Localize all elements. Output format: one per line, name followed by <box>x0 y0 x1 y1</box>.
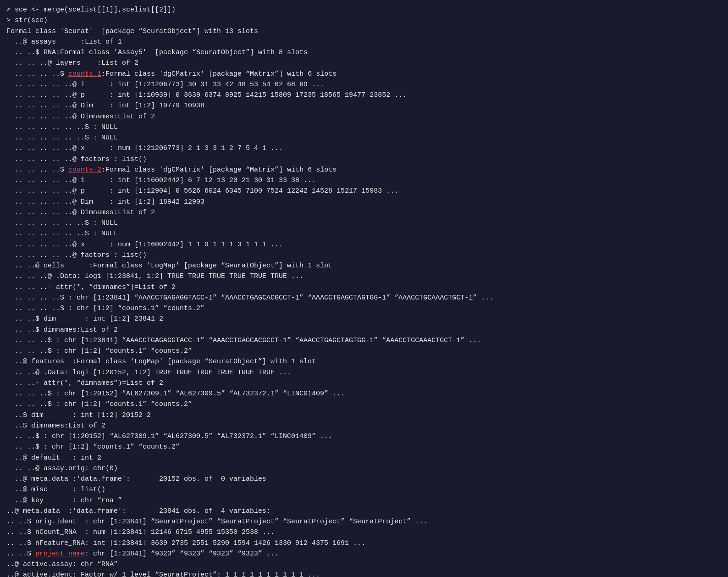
code-line-22: .. .. .. .. .. ..$ : NULL <box>6 228 722 239</box>
code-line-17: .. .. .. .. ..@ i : int [1:16002442] 6 7… <box>6 175 722 186</box>
code-line-43: ..@ default : int 2 <box>6 453 722 463</box>
code-line-8: .. .. .. .. ..@ i : int [1:21206773] 30 … <box>6 79 722 90</box>
code-line-33: .. .. ..$ : chr [1:2] “counts.1” “counts… <box>6 346 722 356</box>
code-line-31: .. ..$ dimnames:List of 2 <box>6 325 722 335</box>
code-line-9: .. .. .. .. ..@ p : int [1:10939] 0 3639… <box>6 90 722 100</box>
code-line-26: .. .. ..@ .Data: logi [1:23841, 1:2] TRU… <box>6 271 722 282</box>
code-line-48: ..@ meta.data :'data.frame': 23841 obs. … <box>6 506 722 516</box>
code-line-15: .. .. .. .. ..@ factors : list() <box>6 154 722 165</box>
code-line-42: .. ..$ : chr [1:2] “counts.1” “counts.2” <box>6 442 722 452</box>
code-line-27: .. .. ..- attr(*, “dimnames”)=List of 2 <box>6 282 722 293</box>
code-line-23: .. .. .. .. ..@ x : num [1:16002442] 1 1… <box>6 239 722 250</box>
code-line-18: .. .. .. .. ..@ p : int [1:12904] 0 5626… <box>6 186 722 196</box>
code-line-52: .. ..$ project_name: chr [1:23841] “9323… <box>6 549 722 559</box>
code-line-30: .. ..$ dim : int [1:2] 23841 2 <box>6 314 722 324</box>
code-line-36: .. ..- attr(*, “dimnames”)=List of 2 <box>6 378 722 388</box>
code-line-34: ..@ features :Formal class 'LogMap' [pac… <box>6 356 722 367</box>
code-line-24: .. .. .. .. ..@ factors : list() <box>6 250 722 261</box>
code-line-38: .. .. ..$ : chr [1:2] “counts.1” “counts… <box>6 399 722 410</box>
code-line-40: ..$ dimnames:List of 2 <box>6 421 722 431</box>
code-line-6: .. .. ..@ layers :List of 2 <box>6 58 722 68</box>
code-line-2: > str(sce) <box>6 15 722 26</box>
code-line-10: .. .. .. .. ..@ Dim : int [1:2] 19779 10… <box>6 100 722 111</box>
code-line-49: .. ..$ orig.ident : chr [1:23841] “Seura… <box>6 516 722 527</box>
code-line-5: .. ..$ RNA:Formal class 'Assay5' [packag… <box>6 47 722 58</box>
code-line-20: .. .. .. .. ..@ Dimnames:List of 2 <box>6 207 722 218</box>
code-line-13: .. .. .. .. .. ..$ : NULL <box>6 133 722 143</box>
code-line-14: .. .. .. .. ..@ x : num [1:21206773] 2 1… <box>6 143 722 154</box>
code-line-29: .. .. .. ..$ : chr [1:2] “counts.1” “cou… <box>6 303 722 314</box>
code-line-51: .. ..$ nFeature_RNA: int [1:23841] 3639 … <box>6 538 722 549</box>
code-line-11: .. .. .. .. ..@ Dimnames:List of 2 <box>6 111 722 122</box>
code-line-4: ..@ assays :List of 1 <box>6 37 722 47</box>
code-line-50: .. ..$ nCount_RNA : num [1:23841] 12146 … <box>6 527 722 538</box>
code-line-1: > sce <- merge(scelist[[1]],scelist[[2]]… <box>6 5 722 15</box>
terminal: > sce <- merge(scelist[[1]],scelist[[2]]… <box>6 5 722 577</box>
code-line-39: ..$ dim : int [1:2] 20152 2 <box>6 410 722 421</box>
code-line-37: .. .. ..$ : chr [1:20152] “AL627309.1” “… <box>6 388 722 399</box>
code-line-41: .. ..$ : chr [1:20152] “AL627309.1” “AL6… <box>6 431 722 442</box>
code-line-7: .. .. .. ..$ counts.1:Formal class 'dgCM… <box>6 69 722 79</box>
code-line-25: .. ..@ cells :Formal class 'LogMap' [pac… <box>6 261 722 271</box>
code-line-35: .. ..@ .Data: logi [1:20152, 1:2] TRUE T… <box>6 367 722 378</box>
code-line-44: .. ..@ assay.orig: chr(0) <box>6 463 722 474</box>
code-line-54: ..@ active.ident: Factor w/ 1 level “Seu… <box>6 570 722 577</box>
code-line-19: .. .. .. .. ..@ Dim : int [1:2] 18942 12… <box>6 197 722 207</box>
code-line-46: ..@ misc : list() <box>6 484 722 495</box>
code-line-12: .. .. .. .. .. ..$ : NULL <box>6 122 722 133</box>
code-line-45: ..@ meta.data :'data.frame': 20152 obs. … <box>6 474 722 484</box>
code-line-16: .. .. .. ..$ counts.2:Formal class 'dgCM… <box>6 165 722 175</box>
code-line-32: .. .. ..$ : chr [1:23841] “AAACCTGAGAGGT… <box>6 335 722 346</box>
code-line-3: Formal class 'Seurat' [package “SeuratOb… <box>6 26 722 37</box>
code-line-21: .. .. .. .. .. ..$ : NULL <box>6 218 722 228</box>
code-line-53: ..@ active.assay: chr “RNA” <box>6 559 722 570</box>
code-line-47: ..@ key : chr “rna_” <box>6 495 722 506</box>
code-line-28: .. .. .. ..$ : chr [1:23841] “AAACCTGAGA… <box>6 293 722 303</box>
